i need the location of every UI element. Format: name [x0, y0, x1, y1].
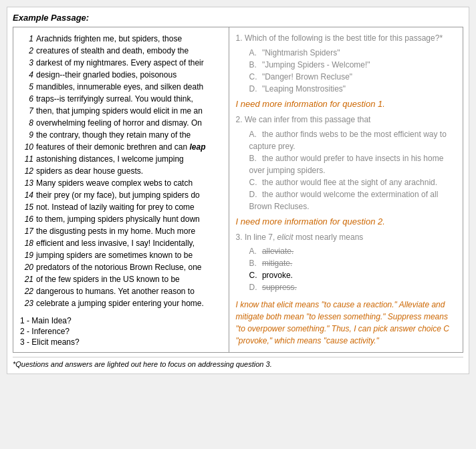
line-number: 8: [20, 117, 33, 129]
passage-line: 22dangerous to humans. Yet another reaso…: [20, 285, 222, 297]
q1-choices: A. "Nightmarish Spiders"B. "Jumping Spid…: [236, 47, 456, 95]
line-number: 2: [20, 45, 33, 57]
line-text: design--their gnarled bodies, poisonous: [36, 69, 222, 81]
answer-choice: A. the author finds webs to be the most …: [249, 128, 456, 152]
passage-line: 10features of their demonic brethren and…: [20, 141, 222, 153]
passage-line: 11astonishing distances, I welcome jumpi…: [20, 153, 222, 165]
line-text: jumping spiders are sometimes known to b…: [36, 249, 222, 261]
question-1-num: 1.: [236, 33, 245, 43]
answer-choice: D. "Leaping Monstrosities": [249, 83, 456, 95]
line-text: overwhelming feeling of horror and disma…: [36, 117, 222, 129]
line-number: 7: [20, 105, 33, 117]
passage-line: 3darkest of my nightmares. Every aspect …: [20, 57, 222, 69]
answer-choice: C. provoke.: [249, 269, 456, 281]
line-text: their prey (or my face), but jumping spi…: [36, 189, 222, 201]
question-2-text: 2. We can infer from this passage that: [236, 114, 456, 126]
line-number: 1: [20, 33, 33, 45]
questions-label: 1 - Main Idea?2 - Inference?3 - Elicit m…: [20, 316, 222, 347]
answer-choice: C. the author would flee at the sight of…: [249, 176, 456, 188]
line-text: creatures of stealth and death, embody t…: [36, 45, 222, 57]
line-number: 21: [20, 273, 33, 285]
question-2-body: We can infer from this passage that: [245, 115, 371, 124]
line-text: darkest of my nightmares. Every aspect o…: [36, 57, 222, 69]
line-text: the disgusting pests in my home. Much mo…: [36, 225, 222, 237]
passage-line: 12spiders as dear house guests.: [20, 165, 222, 177]
q2-choices: A. the author finds webs to be the most …: [236, 128, 456, 212]
answer-choice: B. "Jumping Spiders - Welcome!": [249, 59, 456, 71]
need-more-1: I need more information for question 1.: [236, 99, 456, 109]
line-text: predators of the notorious Brown Recluse…: [36, 261, 222, 273]
passage-line: 14their prey (or my face), but jumping s…: [20, 189, 222, 201]
question-3-text: 3. In line 7, elicit most nearly means: [236, 232, 456, 243]
line-number: 22: [20, 285, 33, 297]
line-number: 12: [20, 165, 33, 177]
line-text: astonishing distances, I welcome jumping: [36, 153, 222, 165]
line-number: 16: [20, 213, 33, 225]
explanation-box: I know that elicit means "to cause a rea…: [236, 299, 456, 347]
line-text: traps--is terrifyingly surreal. You woul…: [36, 93, 222, 105]
passage-line: 15not. Instead of lazily waiting for pre…: [20, 201, 222, 213]
question-1-text: 1. Which of the following is the best ti…: [236, 33, 456, 44]
passage-line: 21of the few spiders in the US known to …: [20, 273, 222, 285]
passage-text: 1Arachnids frighten me, but spiders, tho…: [20, 33, 222, 309]
line-number: 4: [20, 69, 33, 81]
line-number: 6: [20, 93, 33, 105]
question-label-item: 1 - Main Idea?: [20, 316, 222, 325]
footer-note: *Questions and answers are lighted out h…: [13, 357, 463, 368]
question-2-block: 2. We can infer from this passage that A…: [236, 114, 456, 227]
line-text: dangerous to humans. Yet another reason …: [36, 285, 222, 297]
line-number: 11: [20, 153, 33, 165]
example-label: Example Passage:: [13, 13, 463, 23]
passage-line: 23celebrate a jumping spider entering yo…: [20, 297, 222, 309]
line-number: 20: [20, 261, 33, 273]
question-label-item: 2 - Inference?: [20, 327, 222, 336]
question-3-num: 3.: [236, 233, 245, 242]
line-number: 14: [20, 189, 33, 201]
passage-line: 20predators of the notorious Brown Reclu…: [20, 261, 222, 273]
answer-choice: A. "Nightmarish Spiders": [249, 47, 456, 59]
passage-line: 9the contrary, though they retain many o…: [20, 129, 222, 141]
line-number: 15: [20, 201, 33, 213]
line-number: 13: [20, 177, 33, 189]
answer-choice: B. mitigate.: [249, 257, 456, 269]
passage-line: 16to them, jumping spiders physically hu…: [20, 213, 222, 225]
passage-line: 1Arachnids frighten me, but spiders, tho…: [20, 33, 222, 45]
line-text: of the few spiders in the US known to be: [36, 273, 222, 285]
q3-choices: A. alleviate.B. mitigate.C. provoke.D. s…: [236, 245, 456, 293]
passage-line: 13 Many spiders weave complex webs to ca…: [20, 177, 222, 189]
line-text: features of their demonic brethren and c…: [36, 141, 222, 153]
question-1-block: 1. Which of the following is the best ti…: [236, 33, 456, 109]
question-3-block: 3. In line 7, elicit most nearly means A…: [236, 232, 456, 294]
line-text: to them, jumping spiders physically hunt…: [36, 213, 222, 225]
line-text: mandibles, innumerable eyes, and silken …: [36, 81, 222, 93]
line-number: 3: [20, 57, 33, 69]
line-text: the contrary, though they retain many of…: [36, 129, 222, 141]
line-text: Many spiders weave complex webs to catch: [36, 177, 222, 189]
line-number: 23: [20, 297, 33, 309]
passage-line: 8overwhelming feeling of horror and dism…: [20, 117, 222, 129]
line-number: 17: [20, 225, 33, 237]
question-3-intro: In line 7, elicit most nearly means: [245, 233, 363, 242]
line-text: then, that jumping spiders would elicit …: [36, 105, 222, 117]
outer-container: Example Passage: 1Arachnids frighten me,…: [7, 7, 469, 374]
question-label-item: 3 - Elicit means?: [20, 337, 222, 347]
line-text: Arachnids frighten me, but spiders, thos…: [36, 33, 222, 45]
passage-line: 7then, that jumping spiders would elicit…: [20, 105, 222, 117]
line-number: 19: [20, 249, 33, 261]
answer-choice: D. suppress.: [249, 281, 456, 293]
line-number: 5: [20, 81, 33, 93]
main-box: 1Arachnids frighten me, but spiders, tho…: [13, 27, 463, 353]
answer-choice: A. alleviate.: [249, 245, 456, 257]
passage-line: 19jumping spiders are sometimes known to…: [20, 249, 222, 261]
passage-line: 17the disgusting pests in my home. Much …: [20, 225, 222, 237]
left-panel: 1Arachnids frighten me, but spiders, tho…: [13, 27, 229, 352]
answer-choice: D. the author would welcome the extermin…: [249, 188, 456, 212]
question-2-num: 2.: [236, 115, 245, 124]
need-more-2: I need more information for question 2.: [236, 216, 456, 227]
line-text: not. Instead of lazily waiting for prey …: [36, 201, 222, 213]
line-number: 9: [20, 129, 33, 141]
line-number: 10: [20, 141, 33, 153]
question-1-body: Which of the following is the best title…: [245, 33, 440, 43]
line-number: 18: [20, 237, 33, 249]
passage-line: 2creatures of stealth and death, embody …: [20, 45, 222, 57]
